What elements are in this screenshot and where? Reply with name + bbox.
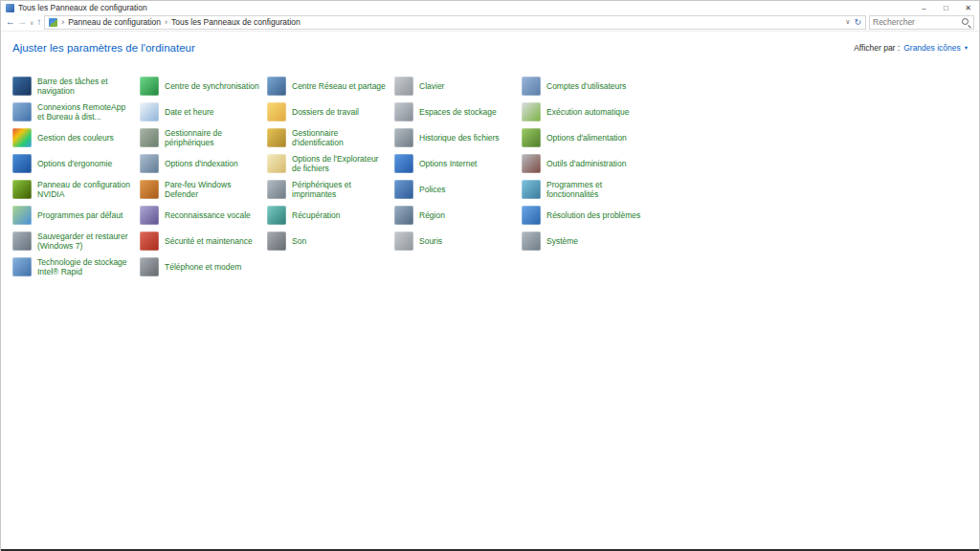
item-label[interactable]: Périphériques et imprimantes <box>292 180 387 199</box>
breadcrumb-item-panneau-de-configuration[interactable]: Panneau de configuration <box>68 17 161 27</box>
control-panel-item[interactable]: Dossiers de travail <box>267 102 394 121</box>
item-label[interactable]: Technologie de stockage Intel® Rapid <box>37 257 132 276</box>
item-label[interactable]: Programmes par défaut <box>37 210 122 220</box>
control-panel-item[interactable]: Outils d'administration <box>522 154 649 173</box>
item-label[interactable]: Date et heure <box>165 107 214 117</box>
item-label[interactable]: Outils d'administration <box>546 159 626 168</box>
item-label[interactable]: Résolution des problèmes <box>546 210 640 220</box>
back-icon[interactable]: ← <box>6 17 15 27</box>
item-label[interactable]: Panneau de configuration NVIDIA <box>37 180 132 199</box>
control-panel-item[interactable]: Options d'alimentation <box>522 128 649 147</box>
breadcrumb-item-tous-les-panneaux[interactable]: Tous les Panneaux de configuration <box>171 17 301 27</box>
item-label[interactable]: Options Internet <box>419 159 477 168</box>
item-label[interactable]: Son <box>292 236 306 246</box>
close-button[interactable]: ✕ <box>957 1 979 14</box>
item-label[interactable]: Récupération <box>292 210 341 220</box>
item-label[interactable]: Sauvegarder et restaurer (Windows 7) <box>37 231 132 251</box>
item-label[interactable]: Connexions RemoteApp et Bureau à dist... <box>37 102 132 121</box>
control-panel-item[interactable]: Espaces de stockage <box>394 102 522 121</box>
search-input[interactable] <box>873 17 959 27</box>
remoteapp-desktop-icon <box>12 102 32 121</box>
item-label[interactable]: Espaces de stockage <box>419 107 497 117</box>
search-box[interactable] <box>869 15 974 30</box>
control-panel-item[interactable]: Programmes et fonctionnalités <box>522 180 649 199</box>
item-label[interactable]: Reconnaissance vocale <box>165 210 251 220</box>
device-manager-icon <box>140 128 159 147</box>
control-panel-item[interactable]: Options Internet <box>394 154 522 173</box>
control-panel-item[interactable]: Périphériques et imprimantes <box>267 180 394 199</box>
item-label[interactable]: Téléphone et modem <box>165 262 241 272</box>
work-folders-icon <box>267 102 286 121</box>
item-label[interactable]: Sécurité et maintenance <box>165 236 253 246</box>
control-panel-item[interactable]: Clavier <box>394 77 522 96</box>
control-panel-item[interactable]: Pare-feu Windows Defender <box>140 180 267 199</box>
control-panel-item[interactable]: Barre des tâches et navigation <box>12 77 140 96</box>
item-label[interactable]: Dossiers de travail <box>292 107 359 117</box>
control-panel-item[interactable]: Gestionnaire d'identification <box>267 128 394 147</box>
control-panel-item[interactable]: Historique des fichiers <box>394 128 522 147</box>
control-panel-item[interactable]: Son <box>267 231 394 251</box>
control-panel-item[interactable]: Technologie de stockage Intel® Rapid <box>12 257 140 276</box>
item-label[interactable]: Souris <box>419 236 442 246</box>
control-panel-item[interactable]: Sécurité et maintenance <box>140 231 267 251</box>
page-header: Ajuster les paramètres de l'ordinateur A… <box>1 32 979 54</box>
maximize-button[interactable]: □ <box>935 1 957 14</box>
control-panel-item[interactable]: Panneau de configuration NVIDIA <box>12 180 140 199</box>
item-label[interactable]: Historique des fichiers <box>419 133 500 143</box>
item-label[interactable]: Centre de synchronisation <box>165 81 259 91</box>
item-label[interactable]: Gestionnaire de périphériques <box>165 128 259 147</box>
control-panel-item[interactable]: Date et heure <box>140 102 267 121</box>
control-panel-item[interactable]: Options d'ergonomie <box>12 154 140 173</box>
control-panel-item[interactable]: Région <box>394 206 522 225</box>
control-panel-item[interactable]: Sauvegarder et restaurer (Windows 7) <box>12 231 140 251</box>
titlebar: Tous les Panneaux de configuration – □ ✕ <box>1 1 979 14</box>
item-label[interactable]: Options de l'Explorateur de fichiers <box>292 154 387 173</box>
refresh-icon[interactable]: ↻ <box>854 18 861 27</box>
item-label[interactable]: Comptes d'utilisateurs <box>546 81 626 91</box>
control-panel-item[interactable]: Centre de synchronisation <box>140 77 267 96</box>
control-panel-item[interactable]: Centre Réseau et partage <box>267 77 394 96</box>
search-icon[interactable] <box>961 17 970 27</box>
security-maintenance-icon <box>140 231 159 251</box>
internet-options-icon <box>394 154 413 173</box>
control-panel-item[interactable]: Gestionnaire de périphériques <box>140 128 267 147</box>
control-panel-item[interactable]: Polices <box>394 180 522 199</box>
control-panel-item[interactable]: Options d'indexation <box>140 154 267 173</box>
item-label[interactable]: Région <box>419 210 445 220</box>
control-panel-item[interactable]: Exécution automatique <box>522 102 649 121</box>
explorer-options-icon <box>267 154 286 173</box>
control-panel-item[interactable]: Récupération <box>267 206 394 225</box>
control-panel-item[interactable]: Connexions RemoteApp et Bureau à dist... <box>12 102 140 121</box>
item-label[interactable]: Polices <box>419 185 445 194</box>
control-panel-item[interactable]: Comptes d'utilisateurs <box>522 77 649 96</box>
control-panel-item[interactable]: Résolution des problèmes <box>522 206 649 225</box>
item-label[interactable]: Barre des tâches et navigation <box>37 77 132 96</box>
devices-printers-icon <box>267 180 286 199</box>
minimize-button[interactable]: – <box>913 1 935 14</box>
item-label[interactable]: Options d'ergonomie <box>37 159 112 168</box>
control-panel-item[interactable]: Téléphone et modem <box>140 257 267 276</box>
item-label[interactable]: Options d'indexation <box>165 159 238 168</box>
control-panel-item[interactable]: Système <box>522 231 649 251</box>
control-panel-item[interactable]: Programmes par défaut <box>12 206 140 225</box>
view-by-caret-icon[interactable]: ▾ <box>965 44 968 52</box>
up-icon[interactable]: ↑ <box>36 17 41 27</box>
item-label[interactable]: Exécution automatique <box>546 107 629 117</box>
item-label[interactable]: Gestionnaire d'identification <box>292 128 387 147</box>
control-panel-item[interactable]: Reconnaissance vocale <box>140 206 267 225</box>
item-label[interactable]: Gestion des couleurs <box>37 133 114 143</box>
control-panel-item[interactable]: Souris <box>394 231 522 251</box>
item-label[interactable]: Système <box>546 236 578 246</box>
view-by-selector[interactable]: Grandes icônes <box>903 43 961 53</box>
breadcrumb[interactable]: › Panneau de configuration › Tous les Pa… <box>44 15 866 30</box>
control-panel-item[interactable]: Options de l'Explorateur de fichiers <box>267 154 394 173</box>
item-label[interactable]: Clavier <box>419 81 444 91</box>
recent-pages-dropdown-icon[interactable]: ∨ <box>30 19 33 26</box>
user-accounts-icon <box>522 77 541 96</box>
item-label[interactable]: Centre Réseau et partage <box>292 81 386 91</box>
item-label[interactable]: Options d'alimentation <box>546 133 627 143</box>
item-label[interactable]: Pare-feu Windows Defender <box>165 180 259 199</box>
item-label[interactable]: Programmes et fonctionnalités <box>546 180 641 199</box>
control-panel-item[interactable]: Gestion des couleurs <box>12 128 140 147</box>
address-dropdown-icon[interactable]: ∨ <box>845 18 850 26</box>
